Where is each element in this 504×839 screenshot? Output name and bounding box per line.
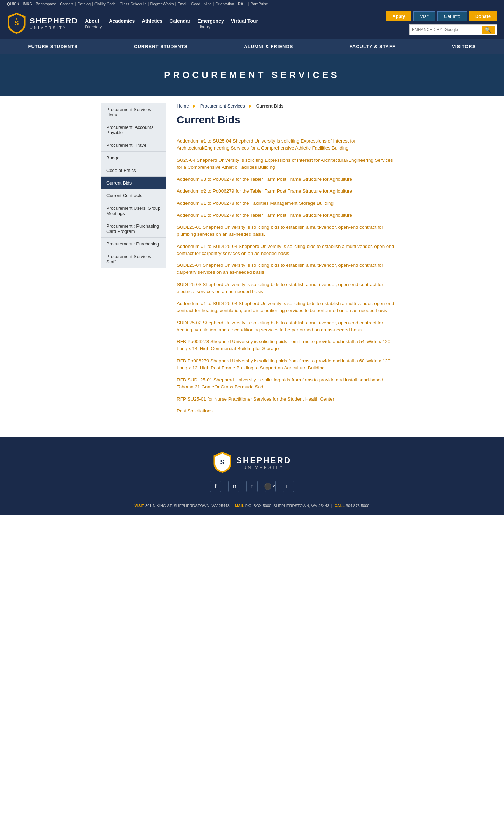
sidebar-item-current-contracts[interactable]: Current Contracts — [102, 189, 166, 202]
visit-address: 301 N KING ST, SHEPHERDSTOWN, WV 25443 — [145, 504, 230, 508]
bid-item-15[interactable]: RFB SUDL25-01 Shepherd University is sol… — [177, 376, 399, 391]
search-bar: 🔍 — [410, 24, 497, 35]
sidebar-item-staff[interactable]: Procurement Services Staff — [102, 250, 166, 268]
bid-item-1[interactable]: Addendum #1 to SU25-04 Shepherd Universi… — [177, 138, 399, 152]
nav-academics[interactable]: Academics — [109, 18, 135, 29]
breadcrumb-arrow-2: ► — [248, 103, 253, 109]
bid-item-7[interactable]: SUDL25-05 Shepherd University is solicit… — [177, 224, 399, 238]
page-title: Current Bids — [177, 114, 399, 126]
content-divider — [177, 131, 399, 131]
svg-text:S: S — [220, 459, 224, 466]
logo-text: SHEPHERD UNIVERSITY — [30, 17, 78, 29]
nav-about[interactable]: About Directory — [85, 18, 102, 29]
instagram-icon: □ — [287, 483, 290, 490]
quicklink-goodliving[interactable]: Good Living — [191, 2, 212, 6]
social-instagram-link[interactable]: □ — [283, 481, 294, 492]
mail-label: MAIL — [235, 504, 244, 508]
quicklink-brightspace[interactable]: Brightspace — [36, 2, 56, 6]
banner-title: PROCUREMENT SERVICES — [7, 70, 497, 81]
breadcrumb: Home ► Procurement Services ► Current Bi… — [177, 103, 399, 109]
main-content: Home ► Procurement Services ► Current Bi… — [173, 103, 402, 420]
nav-calendar-link[interactable]: Calendar — [169, 18, 190, 24]
sidebar-item-purchasing-card[interactable]: Procurement : Purchasing Card Program — [102, 220, 166, 238]
search-input[interactable] — [412, 27, 482, 32]
nav-current-students[interactable]: CURRENT STUDENTS — [127, 39, 195, 54]
logo-area[interactable]: S ▶ SHEPHERD UNIVERSITY — [7, 12, 78, 35]
quicklink-careers[interactable]: Careers — [60, 2, 74, 6]
bid-item-2[interactable]: SU25-04 Shepherd University is solicitin… — [177, 157, 399, 171]
sidebar-item-code-of-ethics[interactable]: Code of Ethics — [102, 164, 166, 177]
nav-athletics[interactable]: Athletics — [142, 18, 162, 29]
mail-address: P.O. BOX 5000, SHEPHERDSTOWN, WV 25443 — [245, 504, 329, 508]
breadcrumb-home[interactable]: Home — [177, 103, 189, 109]
nav-virtualtour[interactable]: Virtual Tour — [231, 18, 258, 29]
nav-virtualtour-link[interactable]: Virtual Tour — [231, 18, 258, 24]
facebook-icon: f — [215, 483, 216, 490]
nav-visitors[interactable]: VISITORS — [445, 39, 483, 54]
main-nav: FUTURE STUDENTS CURRENT STUDENTS ALUMNI … — [0, 39, 504, 54]
header-left: S ▶ SHEPHERD UNIVERSITY About Directory … — [7, 12, 258, 35]
quicklink-civility[interactable]: Civility Code — [94, 2, 116, 6]
nav-academics-link[interactable]: Academics — [109, 18, 135, 24]
search-button[interactable]: 🔍 — [482, 26, 495, 34]
getinfo-button[interactable]: Get Info — [438, 11, 467, 21]
bid-item-16[interactable]: RFP SU25-01 for Nurse Practitioner Servi… — [177, 396, 399, 403]
sidebar-item-home[interactable]: Procurement Services Home — [102, 103, 166, 121]
nav-about-link[interactable]: About — [85, 18, 102, 24]
quicklink-rampulse[interactable]: RamPulse — [250, 2, 268, 6]
bid-item-past[interactable]: Past Solicitations — [177, 408, 399, 415]
nav-directory-link[interactable]: Directory — [85, 25, 102, 29]
quicklink-email[interactable]: Email — [177, 2, 187, 6]
social-facebook-link[interactable]: f — [210, 481, 221, 492]
bid-item-4[interactable]: Addendum #2 to Po006279 for the Tabler F… — [177, 188, 399, 195]
bid-item-13[interactable]: RFB Po006278 Shepherd University is soli… — [177, 338, 399, 353]
nav-library-link[interactable]: Library — [197, 25, 224, 29]
breadcrumb-section[interactable]: Procurement Services — [200, 103, 245, 109]
svg-text:▶: ▶ — [16, 17, 18, 20]
svg-text:S: S — [14, 20, 19, 27]
bid-item-14[interactable]: RFB Po006279 Shepherd University is soli… — [177, 358, 399, 372]
quicklink-orientation[interactable]: Orientation — [215, 2, 234, 6]
quicklink-degreeworks[interactable]: DegreeWorks — [150, 2, 174, 6]
quicklink-catalog[interactable]: Catalog — [77, 2, 91, 6]
page-banner: PROCUREMENT SERVICES — [0, 54, 504, 96]
bid-item-12[interactable]: SUDL25-02 Shepherd University is solicit… — [177, 319, 399, 334]
bids-list: Addendum #1 to SU25-04 Shepherd Universi… — [177, 138, 399, 415]
quick-links-bar: QUICK LINKS | Brightspace| Careers| Cata… — [0, 0, 504, 8]
bid-item-9[interactable]: SUDL25-04 Shepherd University is solicit… — [177, 262, 399, 276]
bid-item-8[interactable]: Addendum #1 to SUDL25-04 Shepherd Univer… — [177, 243, 399, 257]
social-twitter-link[interactable]: t — [246, 481, 258, 492]
sidebar-item-travel[interactable]: Procurement: Travel — [102, 139, 166, 152]
bid-item-10[interactable]: SUDL25-03 Shepherd University is solicit… — [177, 281, 399, 296]
sidebar-item-accounts-payable[interactable]: Procurement: Accounts Payable — [102, 121, 166, 139]
linkedin-icon: in — [231, 483, 236, 490]
nav-athletics-link[interactable]: Athletics — [142, 18, 162, 24]
apply-button[interactable]: Apply — [386, 11, 411, 21]
donate-button[interactable]: Donate — [469, 11, 497, 21]
footer: S SHEPHERD UNIVERSITY f in t ⚫⚬ □ VISIT … — [0, 437, 504, 515]
quicklink-rail[interactable]: RAIL — [238, 2, 246, 6]
visit-button[interactable]: Visit — [413, 11, 435, 21]
university-shield-icon: S ▶ — [7, 12, 26, 35]
social-flickr-link[interactable]: ⚫⚬ — [265, 481, 276, 492]
header: S ▶ SHEPHERD UNIVERSITY About Directory … — [0, 8, 504, 39]
sidebar-item-users-group[interactable]: Procurement Users' Group Meetings — [102, 202, 166, 220]
breadcrumb-arrow-1: ► — [192, 103, 197, 109]
bid-item-3[interactable]: Addendum #3 to Po006279 for the Tabler F… — [177, 176, 399, 183]
nav-emergency[interactable]: Emergency Library — [197, 18, 224, 29]
social-linkedin-link[interactable]: in — [228, 481, 239, 492]
nav-emergency-link[interactable]: Emergency — [197, 18, 224, 24]
bid-item-11[interactable]: Addendum #1 to SUDL25-04 Shepherd Univer… — [177, 300, 399, 314]
nav-faculty-staff[interactable]: FACULTY & STAFF — [343, 39, 402, 54]
bid-item-5[interactable]: Addendum #1 to Po006278 for the Faciliti… — [177, 200, 399, 207]
nav-alumni-friends[interactable]: ALUMNI & FRIENDS — [237, 39, 300, 54]
sidebar: Procurement Services Home Procurement: A… — [102, 103, 166, 420]
nav-future-students[interactable]: FUTURE STUDENTS — [21, 39, 85, 54]
call-number: 304.876.5000 — [346, 504, 369, 508]
sidebar-item-current-bids[interactable]: Current Bids — [102, 177, 166, 189]
sidebar-item-purchasing[interactable]: Procurement : Purchasing — [102, 238, 166, 250]
nav-calendar[interactable]: Calendar — [169, 18, 190, 29]
sidebar-item-budget[interactable]: Budget — [102, 152, 166, 164]
bid-item-6[interactable]: Addendum #1 to Po006279 for the Tabler F… — [177, 212, 399, 219]
quicklink-schedule[interactable]: Class Schedule — [120, 2, 146, 6]
